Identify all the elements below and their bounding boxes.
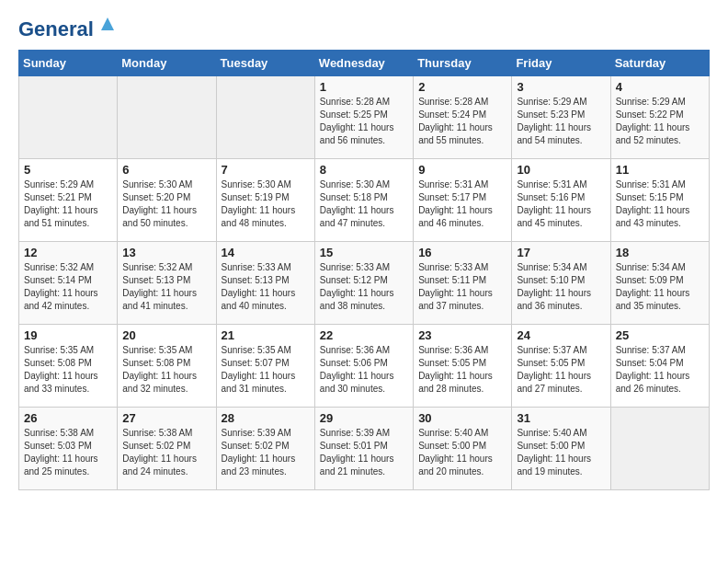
calendar-cell: 22Sunrise: 5:36 AMSunset: 5:06 PMDayligh…	[314, 325, 413, 408]
calendar-cell: 27Sunrise: 5:38 AMSunset: 5:02 PMDayligh…	[118, 408, 216, 490]
day-number: 30	[418, 411, 506, 425]
day-of-week-header: Thursday	[414, 51, 512, 76]
day-of-week-header: Saturday	[610, 51, 709, 76]
cell-info: Sunrise: 5:29 AMSunset: 5:22 PMDaylight:…	[616, 96, 704, 147]
logo-text: General	[18, 18, 94, 40]
calendar-cell: 15Sunrise: 5:33 AMSunset: 5:12 PMDayligh…	[314, 242, 413, 325]
cell-info: Sunrise: 5:40 AMSunset: 5:00 PMDaylight:…	[517, 427, 605, 478]
day-number: 28	[222, 411, 310, 425]
day-number: 18	[616, 246, 704, 259]
logo-icon	[97, 14, 118, 34]
calendar-cell: 31Sunrise: 5:40 AMSunset: 5:00 PMDayligh…	[512, 408, 610, 490]
calendar-cell	[610, 408, 709, 490]
day-number: 16	[418, 246, 506, 259]
day-number: 27	[122, 411, 210, 425]
day-number: 22	[320, 328, 408, 342]
calendar-cell: 8Sunrise: 5:30 AMSunset: 5:18 PMDaylight…	[314, 159, 413, 242]
cell-info: Sunrise: 5:34 AMSunset: 5:10 PMDaylight:…	[517, 261, 605, 313]
calendar-cell	[19, 76, 118, 159]
page-header: General	[18, 18, 710, 40]
day-number: 25	[616, 328, 704, 342]
day-number: 10	[517, 163, 605, 177]
cell-info: Sunrise: 5:37 AMSunset: 5:05 PMDaylight:…	[517, 344, 605, 396]
day-number: 20	[122, 328, 210, 342]
day-number: 14	[222, 246, 310, 259]
cell-info: Sunrise: 5:33 AMSunset: 5:13 PMDaylight:…	[222, 261, 310, 313]
cell-info: Sunrise: 5:37 AMSunset: 5:04 PMDaylight:…	[616, 344, 704, 396]
calendar-cell: 18Sunrise: 5:34 AMSunset: 5:09 PMDayligh…	[610, 242, 709, 325]
day-number: 8	[320, 163, 408, 177]
day-number: 19	[24, 328, 112, 342]
cell-info: Sunrise: 5:40 AMSunset: 5:00 PMDaylight:…	[418, 427, 506, 478]
cell-info: Sunrise: 5:36 AMSunset: 5:06 PMDaylight:…	[320, 344, 408, 396]
cell-info: Sunrise: 5:29 AMSunset: 5:23 PMDaylight:…	[517, 96, 605, 147]
calendar-cell: 17Sunrise: 5:34 AMSunset: 5:10 PMDayligh…	[512, 242, 610, 325]
cell-info: Sunrise: 5:30 AMSunset: 5:20 PMDaylight:…	[122, 178, 210, 230]
cell-info: Sunrise: 5:32 AMSunset: 5:13 PMDaylight:…	[122, 261, 210, 313]
cell-info: Sunrise: 5:31 AMSunset: 5:15 PMDaylight:…	[616, 178, 704, 230]
day-of-week-header: Tuesday	[216, 51, 314, 76]
day-number: 6	[122, 163, 210, 177]
day-number: 2	[418, 80, 506, 94]
day-of-week-header: Friday	[512, 51, 610, 76]
cell-info: Sunrise: 5:35 AMSunset: 5:07 PMDaylight:…	[222, 344, 310, 396]
day-number: 23	[418, 328, 506, 342]
cell-info: Sunrise: 5:38 AMSunset: 5:03 PMDaylight:…	[24, 427, 112, 478]
day-number: 15	[320, 246, 408, 259]
calendar-cell: 9Sunrise: 5:31 AMSunset: 5:17 PMDaylight…	[414, 159, 512, 242]
day-number: 17	[517, 246, 605, 259]
cell-info: Sunrise: 5:31 AMSunset: 5:17 PMDaylight:…	[418, 178, 506, 230]
calendar-cell	[216, 76, 314, 159]
day-number: 4	[616, 80, 704, 94]
calendar-cell: 2Sunrise: 5:28 AMSunset: 5:24 PMDaylight…	[414, 76, 512, 159]
calendar-cell: 19Sunrise: 5:35 AMSunset: 5:08 PMDayligh…	[19, 325, 118, 408]
day-number: 31	[517, 411, 605, 425]
cell-info: Sunrise: 5:39 AMSunset: 5:02 PMDaylight:…	[222, 427, 310, 478]
calendar-cell: 16Sunrise: 5:33 AMSunset: 5:11 PMDayligh…	[414, 242, 512, 325]
calendar-cell: 3Sunrise: 5:29 AMSunset: 5:23 PMDaylight…	[512, 76, 610, 159]
svg-marker-0	[101, 17, 114, 30]
calendar-cell: 29Sunrise: 5:39 AMSunset: 5:01 PMDayligh…	[314, 408, 413, 490]
calendar-table: SundayMondayTuesdayWednesdayThursdayFrid…	[18, 50, 710, 490]
calendar-cell: 21Sunrise: 5:35 AMSunset: 5:07 PMDayligh…	[216, 325, 314, 408]
cell-info: Sunrise: 5:31 AMSunset: 5:16 PMDaylight:…	[517, 178, 605, 230]
day-number: 13	[122, 246, 210, 259]
calendar-cell: 25Sunrise: 5:37 AMSunset: 5:04 PMDayligh…	[610, 325, 709, 408]
calendar-cell: 5Sunrise: 5:29 AMSunset: 5:21 PMDaylight…	[19, 159, 118, 242]
cell-info: Sunrise: 5:33 AMSunset: 5:12 PMDaylight:…	[320, 261, 408, 313]
calendar-cell: 23Sunrise: 5:36 AMSunset: 5:05 PMDayligh…	[414, 325, 512, 408]
calendar-cell	[118, 76, 216, 159]
cell-info: Sunrise: 5:28 AMSunset: 5:25 PMDaylight:…	[320, 96, 408, 147]
day-number: 24	[517, 328, 605, 342]
calendar-cell: 14Sunrise: 5:33 AMSunset: 5:13 PMDayligh…	[216, 242, 314, 325]
day-number: 3	[517, 80, 605, 94]
cell-info: Sunrise: 5:33 AMSunset: 5:11 PMDaylight:…	[418, 261, 506, 313]
day-number: 12	[24, 246, 112, 259]
cell-info: Sunrise: 5:32 AMSunset: 5:14 PMDaylight:…	[24, 261, 112, 313]
cell-info: Sunrise: 5:30 AMSunset: 5:19 PMDaylight:…	[222, 178, 310, 230]
cell-info: Sunrise: 5:30 AMSunset: 5:18 PMDaylight:…	[320, 178, 408, 230]
day-of-week-header: Monday	[118, 51, 216, 76]
calendar-cell: 12Sunrise: 5:32 AMSunset: 5:14 PMDayligh…	[19, 242, 118, 325]
calendar-cell: 11Sunrise: 5:31 AMSunset: 5:15 PMDayligh…	[610, 159, 709, 242]
day-number: 21	[222, 328, 310, 342]
cell-info: Sunrise: 5:35 AMSunset: 5:08 PMDaylight:…	[122, 344, 210, 396]
calendar-cell: 7Sunrise: 5:30 AMSunset: 5:19 PMDaylight…	[216, 159, 314, 242]
day-number: 7	[222, 163, 310, 177]
day-of-week-header: Sunday	[19, 51, 118, 76]
day-number: 26	[24, 411, 112, 425]
cell-info: Sunrise: 5:28 AMSunset: 5:24 PMDaylight:…	[418, 96, 506, 147]
calendar-cell: 4Sunrise: 5:29 AMSunset: 5:22 PMDaylight…	[610, 76, 709, 159]
calendar-cell: 24Sunrise: 5:37 AMSunset: 5:05 PMDayligh…	[512, 325, 610, 408]
cell-info: Sunrise: 5:29 AMSunset: 5:21 PMDaylight:…	[24, 178, 112, 230]
day-number: 5	[24, 163, 112, 177]
day-number: 11	[616, 163, 704, 177]
day-number: 29	[320, 411, 408, 425]
calendar-cell: 26Sunrise: 5:38 AMSunset: 5:03 PMDayligh…	[19, 408, 118, 490]
calendar-cell: 30Sunrise: 5:40 AMSunset: 5:00 PMDayligh…	[414, 408, 512, 490]
day-of-week-header: Wednesday	[314, 51, 413, 76]
cell-info: Sunrise: 5:34 AMSunset: 5:09 PMDaylight:…	[616, 261, 704, 313]
day-number: 9	[418, 163, 506, 177]
cell-info: Sunrise: 5:35 AMSunset: 5:08 PMDaylight:…	[24, 344, 112, 396]
calendar-cell: 28Sunrise: 5:39 AMSunset: 5:02 PMDayligh…	[216, 408, 314, 490]
